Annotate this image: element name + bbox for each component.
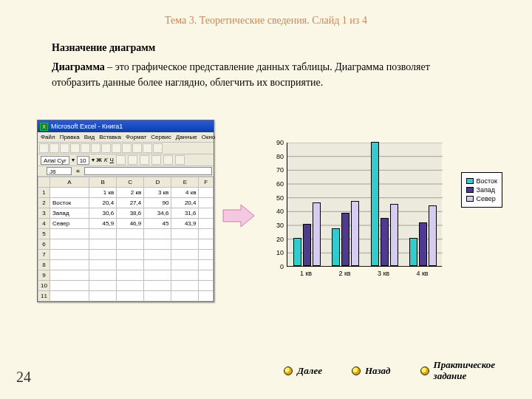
slide-header: Тема 3. Теоретические сведения. Слайд 1 … — [0, 0, 532, 27]
toolbar-button — [140, 155, 149, 165]
x-category: 4 кв — [403, 270, 442, 277]
y-tick: 20 — [266, 236, 284, 243]
bar — [409, 238, 417, 266]
toolbar-button — [122, 143, 132, 153]
toolbar-button — [81, 143, 90, 153]
nav-back[interactable]: Назад — [352, 365, 391, 377]
bar — [293, 238, 301, 266]
bold-icon: Ж — [97, 157, 102, 163]
menu-item: Файл — [41, 134, 55, 140]
x-category: 3 кв — [364, 270, 403, 277]
excel-window: X Microsoft Excel - Книга1 ФайлПравкаВид… — [37, 120, 214, 302]
slide-content: Назначение диаграмм Диаграмма – это граф… — [0, 27, 532, 91]
menu-item: Вид — [84, 134, 95, 140]
bar — [419, 222, 427, 266]
toolbar-button — [112, 143, 121, 153]
bar — [381, 218, 389, 266]
svg-marker-0 — [223, 205, 254, 227]
toolbar-button — [101, 143, 111, 153]
toolbar-button — [60, 143, 69, 153]
toolbar-button — [132, 143, 142, 153]
italic-icon: К — [104, 157, 108, 163]
name-box: J8 — [47, 167, 72, 175]
font-box: Arial Cyr — [41, 156, 69, 165]
menu-item: Правка — [60, 134, 80, 140]
bar — [332, 228, 340, 266]
paragraph-text: – это графическое представление данных т… — [52, 61, 430, 89]
toolbar-button — [143, 143, 152, 153]
section-paragraph: Диаграмма – это графическое представлени… — [52, 59, 480, 91]
plot-area — [287, 143, 442, 267]
menu-item: Сервис — [151, 134, 171, 140]
page-number: 24 — [16, 369, 31, 386]
bar — [313, 202, 321, 266]
legend-item: Север — [466, 195, 497, 202]
fx-icon: = — [76, 168, 80, 174]
toolbar-button — [128, 155, 137, 165]
legend-item: Запад — [466, 186, 497, 194]
toolbar-button — [175, 155, 185, 165]
bar — [341, 213, 349, 266]
spreadsheet: ABCDEF11 кв2 кв3 кв4 кв2Восток20,427,490… — [38, 177, 214, 301]
y-tick: 40 — [266, 208, 284, 215]
excel-toolbar — [38, 143, 214, 154]
nav-next[interactable]: Далее — [284, 365, 322, 377]
y-tick: 50 — [266, 194, 284, 202]
y-tick: 0 — [266, 263, 284, 270]
bullet-icon — [284, 366, 293, 375]
arrow-icon — [222, 203, 256, 228]
bar — [371, 142, 379, 266]
menu-item: Формат — [126, 134, 146, 140]
bullet-icon — [420, 366, 429, 375]
toolbar-button — [50, 143, 59, 153]
fontsize-box: 10 — [77, 156, 89, 165]
menu-item: Данные — [176, 134, 197, 140]
underline-icon: Ч — [110, 157, 114, 163]
slide-nav: Далее Назад Практическоезадание — [0, 360, 532, 381]
y-tick: 10 — [266, 249, 284, 256]
toolbar-button — [116, 155, 126, 165]
legend: ВостокЗападСевер — [461, 172, 502, 208]
menu-item: Вставка — [99, 134, 121, 140]
y-tick: 30 — [266, 222, 284, 229]
y-tick: 80 — [266, 153, 284, 160]
y-tick: 90 — [266, 139, 284, 146]
x-category: 2 кв — [326, 270, 364, 277]
legend-item: Восток — [466, 177, 497, 185]
excel-icon: X — [40, 123, 48, 131]
bar — [390, 204, 398, 266]
toolbar-button — [153, 143, 163, 153]
excel-title: Microsoft Excel - Книга1 — [51, 123, 123, 130]
bullet-icon — [352, 366, 361, 375]
excel-formula-bar: J8 = — [38, 166, 214, 177]
paragraph-lead: Диаграмма — [52, 61, 105, 72]
toolbar-button — [39, 143, 49, 153]
x-category: 1 кв — [287, 270, 325, 277]
y-tick: 70 — [266, 166, 284, 174]
bar — [303, 224, 311, 266]
excel-menubar: ФайлПравкаВидВставкаФорматСервисДанныеОк… — [38, 132, 214, 143]
toolbar-button — [163, 155, 173, 165]
menu-item: Окно — [202, 134, 216, 140]
formula-input — [84, 167, 212, 175]
bar — [429, 205, 437, 266]
nav-task[interactable]: Практическоезадание — [420, 360, 495, 381]
section-title: Назначение диаграмм — [52, 40, 480, 56]
toolbar-button — [70, 143, 80, 153]
excel-format-bar: Arial Cyr ▾ 10 ▾ Ж К Ч — [38, 154, 214, 166]
excel-titlebar: X Microsoft Excel - Книга1 — [38, 120, 214, 132]
toolbar-button — [91, 143, 100, 153]
bar — [351, 201, 359, 266]
toolbar-button — [151, 155, 161, 165]
bar-chart: ВостокЗападСевер 01020304050607080901 кв… — [266, 143, 502, 287]
y-tick: 60 — [266, 180, 284, 188]
